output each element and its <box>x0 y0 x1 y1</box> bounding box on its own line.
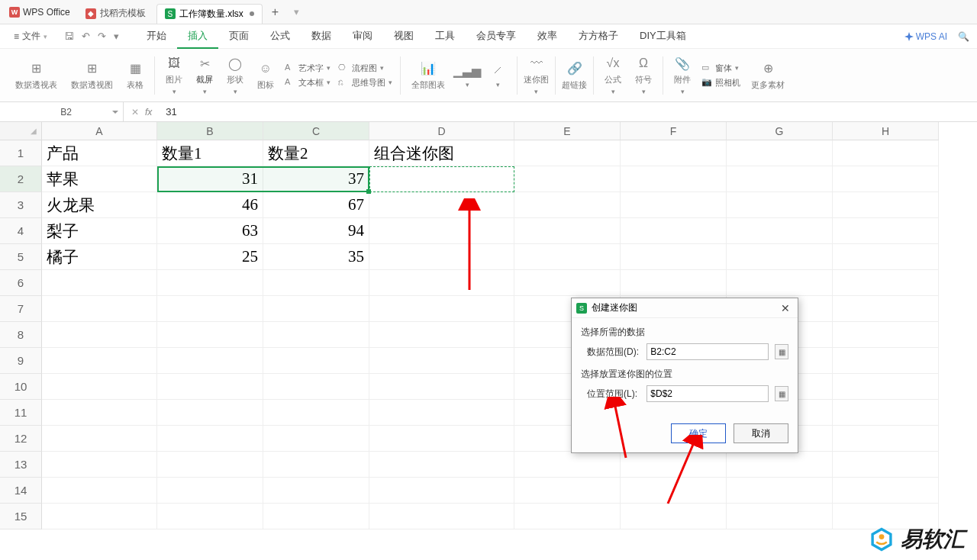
name-box[interactable]: B2 <box>9 102 124 121</box>
menu-insert[interactable]: 插入 <box>177 24 218 49</box>
chart-type-2[interactable]: ⟋▾ <box>486 60 509 90</box>
cell[interactable]: 数量1 <box>157 140 263 166</box>
cell[interactable] <box>833 192 939 218</box>
shapes-button[interactable]: ◯形状▾ <box>224 53 247 97</box>
cell[interactable] <box>621 192 727 218</box>
cell[interactable] <box>514 140 621 166</box>
pivot-table-button[interactable]: ⊞数据透视表 <box>12 59 60 92</box>
select-all-corner[interactable]: ◢ <box>0 122 42 140</box>
attachment-button[interactable]: 📎附件▾ <box>671 53 694 97</box>
cell[interactable] <box>833 218 939 244</box>
undo-icon[interactable]: ↶ <box>82 31 90 42</box>
equation-button[interactable]: √x公式▾ <box>601 53 624 97</box>
file-menu[interactable]: ≡文件▾ <box>8 28 53 44</box>
row-header[interactable]: 12 <box>0 426 42 452</box>
cell[interactable] <box>514 218 621 244</box>
cell[interactable]: 35 <box>263 244 369 270</box>
range-picker-icon[interactable]: ▦ <box>775 386 788 401</box>
col-header-D[interactable]: D <box>369 122 514 140</box>
cell[interactable]: 梨子 <box>42 218 157 244</box>
menu-diy[interactable]: DIY工具箱 <box>629 24 697 49</box>
menu-tools[interactable]: 工具 <box>424 24 466 49</box>
formula-input[interactable]: 31 <box>160 106 977 117</box>
col-header-F[interactable]: F <box>621 122 727 140</box>
qat-more-icon[interactable]: ▾ <box>114 31 119 42</box>
tab-workbook[interactable]: S 工作簿数量.xlsx <box>156 4 263 24</box>
tab-template[interactable]: ◆ 找稻壳模板 <box>78 4 153 24</box>
cell[interactable] <box>621 218 727 244</box>
cell[interactable] <box>727 166 833 192</box>
row-header[interactable]: 11 <box>0 400 42 426</box>
cell[interactable] <box>369 218 514 244</box>
all-charts-button[interactable]: 📊全部图表 <box>408 59 448 92</box>
ok-button[interactable]: 确定 <box>671 423 726 443</box>
menu-start[interactable]: 开始 <box>136 24 177 49</box>
cell[interactable]: 火龙果 <box>42 192 157 218</box>
row-header[interactable]: 4 <box>0 218 42 244</box>
form-button[interactable]: ▭窗体▾ <box>701 63 740 74</box>
location-range-input[interactable] <box>646 385 769 402</box>
cell[interactable]: 37 <box>263 166 369 192</box>
row-header[interactable]: 5 <box>0 244 42 270</box>
mindmap-button[interactable]: ⎌思维导图▾ <box>338 77 392 89</box>
cell[interactable]: 67 <box>263 192 369 218</box>
cell[interactable]: 组合迷你图 <box>369 140 514 166</box>
row-header[interactable]: 14 <box>0 478 42 504</box>
menu-efficiency[interactable]: 效率 <box>527 24 568 49</box>
row-header[interactable]: 2 <box>0 166 42 192</box>
cell[interactable]: 产品 <box>42 140 157 166</box>
cell[interactable] <box>621 166 727 192</box>
col-header-C[interactable]: C <box>263 122 369 140</box>
pivot-chart-button[interactable]: ⊞数据透视图 <box>68 59 116 92</box>
cell[interactable] <box>621 140 727 166</box>
cell[interactable] <box>621 244 727 270</box>
cell[interactable] <box>833 140 939 166</box>
cancel-formula-icon[interactable]: ✕ <box>131 107 139 117</box>
row-header[interactable]: 10 <box>0 374 42 400</box>
row-header[interactable]: 15 <box>0 504 42 529</box>
screenshot-button[interactable]: ✂截屏▾ <box>193 53 216 97</box>
col-header-G[interactable]: G <box>727 122 833 140</box>
cell[interactable] <box>727 218 833 244</box>
cell[interactable]: 25 <box>157 244 263 270</box>
menu-page[interactable]: 页面 <box>218 24 260 49</box>
sparkline-button[interactable]: 〰迷你图▾ <box>521 53 552 97</box>
cell[interactable] <box>833 244 939 270</box>
close-icon[interactable]: ✕ <box>778 302 793 314</box>
save-icon[interactable]: 🖫 <box>64 31 74 42</box>
col-header-H[interactable]: H <box>833 122 939 140</box>
cell[interactable] <box>727 140 833 166</box>
symbol-button[interactable]: Ω符号▾ <box>632 53 655 97</box>
cell[interactable]: 31 <box>157 166 263 192</box>
col-header-A[interactable]: A <box>42 122 157 140</box>
wps-ai-button[interactable]: WPS AI <box>904 31 947 42</box>
cell[interactable] <box>514 192 621 218</box>
cancel-button[interactable]: 取消 <box>734 423 788 443</box>
menu-member[interactable]: 会员专享 <box>466 24 527 49</box>
col-header-B[interactable]: B <box>157 122 263 140</box>
dialog-titlebar[interactable]: S 创建迷你图 ✕ <box>572 298 798 318</box>
tab-menu-button[interactable]: ▾ <box>286 6 307 18</box>
col-header-E[interactable]: E <box>514 122 621 140</box>
flowchart-button[interactable]: ⎔流程图▾ <box>338 63 392 74</box>
row-header[interactable]: 8 <box>0 322 42 348</box>
menu-view[interactable]: 视图 <box>383 24 424 49</box>
new-tab-button[interactable]: + <box>264 5 286 19</box>
icons-button[interactable]: ☺图标 <box>254 59 277 92</box>
cell[interactable] <box>514 166 621 192</box>
range-picker-icon[interactable]: ▦ <box>775 344 788 359</box>
camera-button[interactable]: 📷照相机 <box>701 77 740 89</box>
more-assets-button[interactable]: ⊕更多素材 <box>748 59 788 92</box>
data-range-input[interactable] <box>646 343 769 360</box>
cell[interactable]: 94 <box>263 218 369 244</box>
cell[interactable] <box>727 192 833 218</box>
picture-button[interactable]: 🖼图片▾ <box>163 53 185 97</box>
row-header[interactable]: 3 <box>0 192 42 218</box>
chart-type-1[interactable]: ▁▃▅▾ <box>456 60 479 90</box>
menu-fanggezi[interactable]: 方方格子 <box>568 24 629 49</box>
cell[interactable] <box>727 244 833 270</box>
cell[interactable] <box>369 192 514 218</box>
cell[interactable]: 63 <box>157 218 263 244</box>
menu-review[interactable]: 审阅 <box>342 24 383 49</box>
menu-formula[interactable]: 公式 <box>260 24 301 49</box>
